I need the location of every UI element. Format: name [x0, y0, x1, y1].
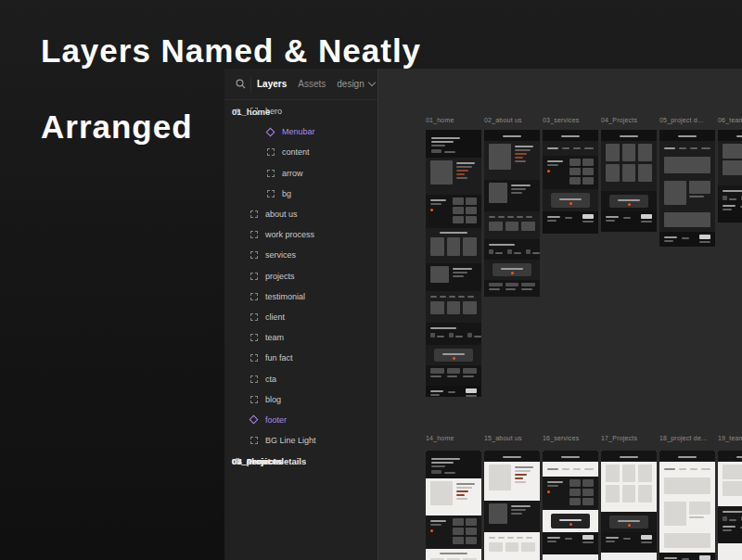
frame-label[interactable]: 06_team [718, 117, 742, 126]
mini-section-title [718, 130, 742, 141]
mini-section-title [484, 451, 540, 462]
frame-label[interactable]: 03_services [543, 117, 598, 126]
design-frame-17-projects[interactable] [601, 451, 657, 560]
design-frame-02-about-us[interactable] [484, 130, 540, 297]
layer-row-team[interactable]: team [224, 327, 377, 348]
page-title-line2: Arranged [41, 108, 193, 145]
design-frame-16-services[interactable] [543, 451, 598, 560]
group-icon [249, 312, 259, 322]
mini-section-boxtext [484, 180, 540, 211]
group-icon [265, 188, 275, 198]
layer-label: bg [282, 189, 291, 198]
mini-section-footer [426, 386, 481, 397]
frame-icon: # [232, 456, 242, 466]
mini-section-cols3 [426, 228, 481, 263]
layer-row-work-process[interactable]: work process [224, 224, 377, 245]
design-frame-05-project-d-[interactable] [659, 130, 715, 247]
group-icon [249, 210, 259, 220]
mini-section-footer [543, 532, 598, 554]
group-icon [249, 271, 259, 281]
layer-label: testimonial [265, 292, 305, 301]
mini-section-title [543, 130, 598, 141]
layer-label: blog [265, 395, 281, 404]
mini-section-textgrid [543, 477, 598, 510]
layer-label: cta [265, 375, 276, 384]
design-frame-14-home[interactable] [426, 451, 481, 560]
frame-label[interactable]: 16_services [543, 435, 598, 444]
layer-row-footer[interactable]: footer [224, 410, 377, 430]
layer-row-blog[interactable]: blog [224, 389, 377, 410]
layers-list: #01_homeheroMenubarcontentarrowbgabout u… [224, 101, 377, 560]
design-frame-04-projects[interactable] [601, 130, 657, 232]
frame-label[interactable]: 14_home [426, 435, 481, 444]
mini-section-stats [484, 239, 540, 260]
mini-section-footer [601, 211, 657, 232]
frame-label[interactable]: 02_about us [484, 117, 540, 126]
mini-section-textgrid [426, 515, 481, 549]
layer-label: arrow [282, 169, 303, 178]
design-frame-18-project-de-[interactable] [659, 451, 715, 560]
mini-section-cta [543, 510, 598, 532]
mini-section-title [543, 451, 598, 462]
page-title: Layers Named & Neatly Arranged [41, 32, 421, 146]
mini-section-cta [601, 191, 657, 211]
mini-section-twobox [659, 499, 715, 530]
layer-row-testimonial[interactable]: testimonial [224, 286, 377, 307]
frame-label[interactable]: 15_about us [484, 435, 540, 444]
canvas[interactable]: 01_home02_about us03_services04_Projects… [377, 69, 742, 560]
frame-label[interactable]: 01_home [426, 117, 481, 126]
design-frame-15-about-us[interactable] [484, 451, 540, 560]
layer-row-05-project-details[interactable]: #05_project details [224, 451, 306, 471]
mini-section-bigbox [659, 154, 715, 178]
mini-section-grid2x2 [718, 141, 742, 185]
group-icon [249, 250, 259, 261]
mini-section-tabs3 [484, 532, 540, 560]
layer-row-services[interactable]: services [224, 245, 377, 265]
layer-label: services [265, 250, 296, 260]
mini-section-title [601, 130, 657, 141]
mini-section-boxtext [484, 501, 540, 532]
mini-section-imgtext [484, 462, 540, 501]
page-title-line1: Layers Named & Neatly [41, 32, 421, 69]
layer-row-bg-line-light[interactable]: BG Line Light [224, 430, 377, 451]
mini-section-cta [543, 189, 598, 211]
design-frame-03-services[interactable] [543, 130, 598, 234]
mini-section-grid3x2 [601, 462, 657, 512]
layer-row-arrow[interactable]: arrow [224, 163, 377, 184]
mini-section-textgrid [543, 156, 598, 189]
mini-section-bigbox [659, 530, 715, 553]
design-frame-19-team[interactable] [718, 451, 742, 560]
frame-label[interactable]: 04_Projects [601, 117, 657, 126]
mini-section-grid2x2 [718, 462, 742, 506]
mini-section-footer [659, 553, 715, 560]
layer-row-bg[interactable]: bg [224, 184, 377, 204]
mini-section-cards [484, 280, 540, 297]
frame-label[interactable]: 05_project d... [659, 117, 715, 126]
mini-section-cta [601, 512, 657, 532]
component-icon [249, 414, 259, 425]
layer-row-projects[interactable]: projects [224, 266, 377, 286]
layer-row-fun-fact[interactable]: fun fact [224, 348, 377, 368]
frame-label[interactable]: 18_project de... [659, 435, 715, 444]
design-frame-01-home[interactable] [426, 130, 481, 397]
mini-section-cta [484, 260, 540, 280]
mini-section-hero [426, 451, 481, 478]
layer-label: fun fact [265, 353, 293, 363]
mini-section-imgtext [426, 158, 481, 195]
mini-section-title [718, 451, 742, 462]
design-frame-06-team[interactable] [718, 130, 742, 223]
layer-row-about-us[interactable]: about us [224, 204, 377, 224]
mini-section-title [659, 451, 715, 462]
mini-section-footer [718, 200, 742, 223]
group-icon [249, 333, 259, 343]
group-icon [265, 168, 275, 178]
layer-row-client[interactable]: client [224, 307, 377, 327]
mini-section-title [484, 130, 540, 141]
mini-section-cards [426, 365, 481, 386]
mini-section-bigbox [659, 475, 715, 499]
mini-section-title [659, 130, 715, 141]
frame-label[interactable]: 19_team [718, 435, 742, 444]
mini-section-cols3 [426, 549, 481, 560]
frame-label[interactable]: 17_Projects [601, 435, 657, 444]
layer-row-cta[interactable]: cta [224, 368, 377, 388]
